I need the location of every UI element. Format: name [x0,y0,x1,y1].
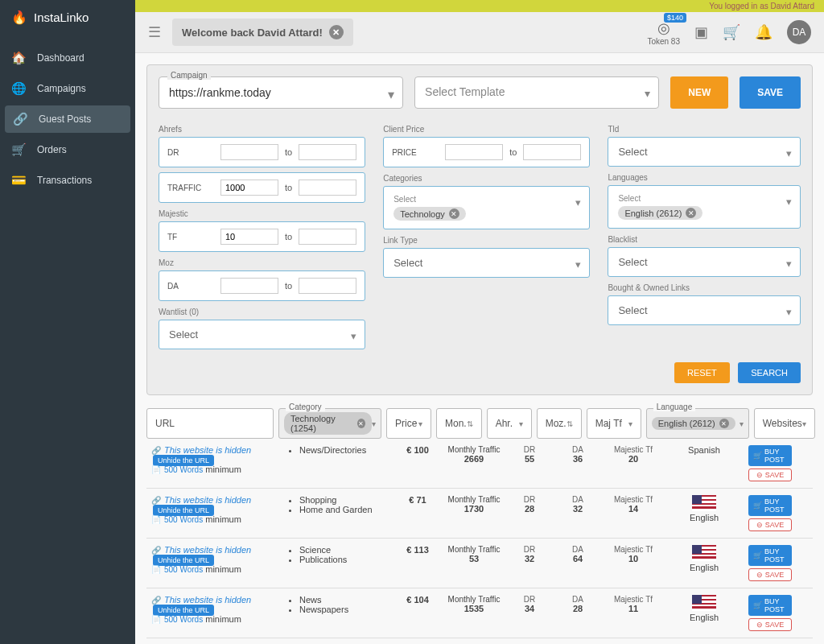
template-select[interactable]: Select Template ▾ [414,76,659,109]
th-url[interactable]: URL [146,408,274,439]
campaign-select[interactable]: Campaign https://rankme.today ▾ [159,76,403,109]
price-to-input[interactable] [523,144,581,160]
remove-chip-icon[interactable]: ✕ [686,208,696,218]
filter-panel: Campaign https://rankme.today ▾ Select T… [146,64,813,395]
tld-select[interactable]: Select ▾ [608,137,801,167]
minus-icon: ⊖ [756,521,763,529]
save-row-button[interactable]: ⊖SAVE [748,618,792,631]
nav-icon: 💳 [11,173,26,188]
price-cell: € 71 [393,493,443,506]
minus-icon: ⊖ [756,621,763,629]
sidebar-item-dashboard[interactable]: 🏠Dashboard [0,43,135,73]
sidebar-item-guest-posts[interactable]: 🔗Guest Posts [5,105,130,133]
words-link[interactable]: 500 Words [164,465,203,474]
results-table: 🔗This website is hidden Unhide the URL 📄… [146,439,813,644]
words-link[interactable]: 500 Words [164,515,203,524]
close-icon[interactable]: ✕ [329,25,344,39]
categories-cell: ShoppingHome and Garden [282,493,393,516]
nav: 🏠Dashboard🌐Campaigns🔗Guest Posts🛒Orders💳… [0,43,135,196]
traffic-from-input[interactable] [220,180,278,196]
minus-icon: ⊖ [756,471,763,479]
wantlist-select[interactable]: Select ▾ [159,320,365,349]
remove-chip-icon[interactable]: ✕ [719,419,729,428]
save-row-button[interactable]: ⊖SAVE [748,469,792,481]
maj-cell: Majestic Tf11 [602,593,665,615]
nav-label: Orders [37,144,67,155]
th-price[interactable]: Price▾ [386,408,431,439]
languages-select[interactable]: Select English (2612) ✕ ▾ [608,185,801,229]
cart-icon[interactable]: 🛒 [723,23,740,41]
avatar[interactable]: DA [787,20,811,44]
th-language[interactable]: Language English (2612)✕ ▾ [646,408,749,439]
login-banner: You logged in as David Attard [135,0,824,12]
tld-label: Tld [608,125,801,134]
sidebar-item-transactions[interactable]: 💳Transactions [0,165,135,196]
flag-icon [692,545,716,561]
save-row-button[interactable]: ⊖SAVE [748,568,792,581]
client-price-label: Client Price [383,125,590,134]
da-cell: DA32 [554,493,602,515]
bell-icon[interactable]: 🔔 [755,23,772,41]
categories-cell: NewsNewspapers [282,593,393,616]
dr-to-input[interactable] [299,144,356,160]
buy-post-button[interactable]: 🛒BUY POST [748,445,792,466]
bought-select[interactable]: Select ▾ [608,295,801,325]
remove-chip-icon[interactable]: ✕ [449,208,459,219]
menu-icon[interactable]: ☰ [148,23,161,41]
da-to-input[interactable] [299,278,356,294]
link-icon: 🔗 [151,546,161,555]
buy-post-button[interactable]: 🛒BUY POST [748,595,792,616]
new-button[interactable]: NEW [670,76,728,109]
categories-cell: News/Directories [282,444,393,456]
categories-select[interactable]: Select Technology ✕ ▾ [383,186,590,229]
token-indicator[interactable]: ◎ Token 83 $140 [647,19,680,46]
chevron-down-icon: ▾ [575,258,581,270]
table-row: 🔗This website is hidden Unhide the URL 📄… [146,489,813,539]
reset-button[interactable]: RESET [674,362,730,383]
dr-from-input[interactable] [220,144,278,160]
sidebar-item-campaigns[interactable]: 🌐Campaigns [0,73,135,104]
price-from-input[interactable] [445,144,503,160]
header: ☰ Welcome back David Attard! ✕ ◎ Token 8… [135,12,824,53]
remove-chip-icon[interactable]: ✕ [357,419,365,428]
flag-icon [692,595,716,611]
th-moz[interactable]: Moz.⇅ [537,408,582,439]
words-link[interactable]: 500 Words [164,565,203,574]
traffic-to-input[interactable] [299,180,356,196]
nav-label: Dashboard [37,52,84,64]
price-cell: € 100 [393,444,443,456]
bought-label: Bought & Owned Links [608,283,801,292]
wallet-icon[interactable]: ▣ [694,23,708,41]
save-row-button[interactable]: ⊖SAVE [748,518,792,531]
chevron-down-icon: ▾ [740,419,744,428]
language-chip[interactable]: English (2612) ✕ [618,206,702,220]
link-type-select[interactable]: Select ▾ [383,248,590,278]
link-icon: 🔗 [151,596,161,605]
tf-from-input[interactable] [220,229,278,245]
blacklist-label: Blacklist [608,235,801,244]
buy-post-button[interactable]: 🛒BUY POST [748,545,792,566]
th-category[interactable]: Category Technology (1254)✕ ▾ [278,408,381,439]
save-button[interactable]: SAVE [740,76,801,109]
chevron-down-icon: ▾ [575,196,581,208]
maj-cell: Majestic Tf10 [602,543,665,565]
da-from-input[interactable] [220,278,278,294]
buy-post-button[interactable]: 🛒BUY POST [748,495,792,516]
tf-to-input[interactable] [299,229,356,245]
search-button[interactable]: SEARCH [738,362,801,383]
da-range: DA to [159,270,365,301]
chevron-down-icon: ▾ [786,258,792,270]
sidebar-item-orders[interactable]: 🛒Orders [0,134,135,165]
cart-icon: 🛒 [753,601,762,609]
traffic-range: TRAFFIC to [159,172,365,203]
nav-icon: 🌐 [11,81,26,96]
th-monthly[interactable]: Mon.⇅ [436,408,482,439]
th-websites[interactable]: Websites▾ [754,408,815,439]
words-link[interactable]: 500 Words [164,615,203,624]
blacklist-select[interactable]: Select ▾ [608,247,801,277]
category-chip[interactable]: Technology ✕ [393,207,466,221]
majestic-label: Majestic [159,209,365,218]
dr-cell: DR32 [505,543,554,565]
th-ahrefs[interactable]: Ahr.▾ [487,408,532,439]
th-majestic[interactable]: Maj Tf▾ [587,408,641,439]
